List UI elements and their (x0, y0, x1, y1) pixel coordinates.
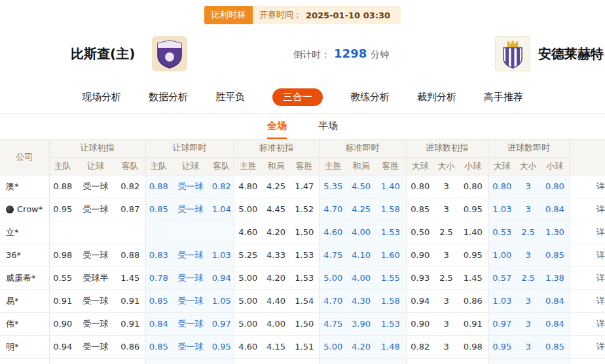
odds-cell: 0.95 (458, 198, 488, 221)
odds-cell (145, 358, 172, 364)
match-odds-page: 比利时杯 开赛时间： 2025-01-10 03:30 比斯查(主) 倒计时：1… (0, 0, 605, 364)
odds-cell (434, 358, 458, 364)
odds-table-head: 公司让球初指让球即时标准初指标准即时进球数初指进球数即时主队让球客队主队让球客队… (0, 139, 605, 175)
odds-cell: 1.55 (375, 266, 406, 289)
odds-cell (210, 221, 234, 244)
company-cell[interactable]: 立* (0, 221, 49, 244)
odds-cell (115, 358, 145, 364)
odds-cell: 5.25 (234, 244, 262, 266)
company-cell[interactable]: 澳* (0, 175, 49, 198)
odds-cell: 5.00 (234, 198, 262, 221)
table-row: 易*0.91受一球0.910.85受一球1.055.004.401.544.70… (0, 289, 605, 312)
odds-cell (319, 358, 347, 364)
sub-header: 和局 (347, 157, 375, 175)
start-time: 开赛时间： 2025-01-10 03:30 (253, 6, 401, 24)
group-header: 让球即时 (145, 139, 234, 157)
tab-数据分析[interactable]: 数据分析 (149, 91, 188, 103)
detail-link[interactable]: 详 (570, 312, 605, 335)
sub-header: 客队 (115, 157, 145, 175)
odds-cell: 0.94 (406, 289, 434, 312)
odds-cell (488, 358, 516, 364)
odds-cell: 0.85 (145, 198, 172, 221)
odds-cell: 0.84 (540, 289, 570, 312)
odds-cell: 5.00 (319, 335, 347, 358)
group-header: 进球数初指 (406, 139, 488, 157)
company-cell[interactable]: Crow* (0, 198, 49, 221)
odds-cell: 0.88 (115, 244, 145, 266)
odds-cell: 0.94 (49, 335, 76, 358)
subtab-半场[interactable]: 半场 (318, 114, 338, 139)
sub-header: 主胜 (234, 157, 262, 175)
odds-table: 公司让球初指让球即时标准初指标准即时进球数初指进球数即时主队让球客队主队让球客队… (0, 139, 605, 364)
table-row: 澳*0.88受一球0.820.88受一球0.824.804.251.475.35… (0, 175, 605, 198)
odds-cell: 0.91 (115, 289, 145, 312)
tab-裁判分析[interactable]: 裁判分析 (417, 91, 456, 103)
odds-cell: 0.90 (406, 244, 434, 266)
odds-cell: 3 (516, 198, 540, 221)
detail-link[interactable]: 详 (570, 221, 605, 244)
odds-cell: 1.48 (375, 335, 406, 358)
odds-cell: 4.40 (262, 289, 290, 312)
company-cell[interactable]: 威廉希* (0, 266, 49, 289)
tab-教练分析[interactable]: 教练分析 (350, 91, 390, 103)
odds-cell: 0.82 (406, 335, 434, 358)
detail-link[interactable]: 详 (570, 198, 605, 221)
countdown: 倒计时：1298分钟 (187, 46, 495, 61)
odds-cell: 1.38 (540, 266, 570, 289)
odds-cell: 1.58 (375, 198, 406, 221)
odds-cell: 0.85 (540, 244, 570, 266)
odds-cell: 0.88 (49, 175, 76, 198)
sub-tabs: 全场半场 (0, 114, 605, 139)
group-header: 让球初指 (49, 139, 145, 157)
odds-cell: 4.33 (262, 244, 290, 266)
sub-header: 大球 (488, 157, 516, 175)
odds-cell: 0.82 (210, 175, 234, 198)
tab-三合一[interactable]: 三合一 (272, 88, 323, 106)
sub-header: 大小 (516, 157, 540, 175)
league-badge[interactable]: 比利时杯 (204, 6, 253, 24)
odds-cell: 2.5 (516, 266, 540, 289)
company-cell[interactable]: 伟* (0, 312, 49, 335)
detail-link[interactable]: 详 (570, 266, 605, 289)
company-cell[interactable]: 明* (0, 335, 49, 358)
odds-cell: 0.85 (406, 198, 434, 221)
odds-cell: 0.93 (406, 266, 434, 289)
odds-cell (516, 358, 540, 364)
odds-cell: 受一球 (76, 244, 115, 266)
odds-cell: 1.30 (540, 221, 570, 244)
table-row: 威廉希*0.55受球半1.450.78受一球0.945.004.201.535.… (0, 266, 605, 289)
detail-link[interactable]: 详 (570, 335, 605, 358)
company-cell[interactable]: 易* (0, 289, 49, 312)
odds-cell (234, 358, 262, 364)
odds-cell: 受一球 (172, 198, 210, 221)
odds-cell: 1.04 (210, 198, 234, 221)
odds-cell: 3 (434, 312, 458, 335)
odds-cell (49, 221, 76, 244)
odds-cell: 3 (434, 289, 458, 312)
odds-cell: 0.80 (406, 175, 434, 198)
subtab-全场[interactable]: 全场 (267, 114, 287, 139)
odds-cell: 4.50 (347, 175, 375, 198)
odds-cell: 1.53 (375, 312, 406, 335)
tab-胜平负[interactable]: 胜平负 (215, 91, 245, 103)
odds-cell: 0.84 (145, 312, 172, 335)
odds-cell: 0.50 (406, 221, 434, 244)
odds-cell (262, 358, 290, 364)
tab-高手推荐[interactable]: 高手推荐 (484, 91, 523, 103)
tab-现场分析[interactable]: 现场分析 (82, 91, 121, 103)
odds-cell: 0.80 (488, 175, 516, 198)
odds-cell: 4.60 (234, 335, 262, 358)
detail-link[interactable]: 详 (570, 244, 605, 266)
odds-cell: 1.00 (488, 244, 516, 266)
odds-cell: 受一球 (76, 312, 115, 335)
sub-header: 主胜 (319, 157, 347, 175)
countdown-unit: 分钟 (371, 49, 389, 60)
detail-link[interactable]: 详 (570, 175, 605, 198)
odds-cell: 1.40 (458, 221, 488, 244)
odds-cell: 0.83 (145, 244, 172, 266)
group-header: 标准即时 (319, 139, 406, 157)
odds-cell: 0.53 (488, 221, 516, 244)
detail-link[interactable]: 详 (570, 289, 605, 312)
company-cell[interactable]: 36* (0, 244, 49, 266)
odds-cell: 4.15 (262, 335, 290, 358)
